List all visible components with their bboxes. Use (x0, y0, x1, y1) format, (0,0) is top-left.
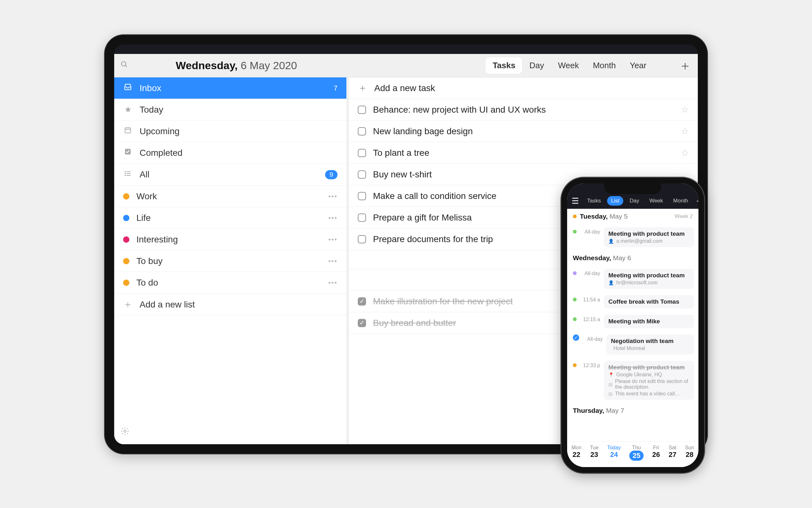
phone-day-header: Tuesday, May 5Week 2 (567, 209, 698, 224)
star-icon[interactable]: ☆ (681, 147, 689, 158)
weekday-label: Sat (669, 445, 676, 451)
weekday-label: Sun (685, 445, 694, 451)
more-icon[interactable]: ••• (328, 279, 337, 287)
iphone-device: ☰ Tasks List Day Week Month ＋ Tuesday, M… (561, 178, 704, 473)
event-time: All-day (580, 269, 600, 277)
weekday-label: Mon (572, 445, 581, 451)
star-icon[interactable]: ☆ (681, 104, 689, 115)
svg-point-12 (125, 175, 126, 176)
task-row[interactable]: To plant a tree☆ (349, 142, 698, 164)
search-icon[interactable] (121, 60, 128, 71)
checkbox[interactable] (358, 127, 366, 135)
sidebar-item-list[interactable]: Work••• (114, 185, 346, 207)
sidebar-item-list[interactable]: To do••• (114, 272, 346, 294)
task-row[interactable]: New landing bage design☆ (349, 121, 698, 142)
sidebar-item-today[interactable]: ★ Today (114, 99, 346, 121)
sidebar-item-label: Upcoming (140, 126, 337, 136)
event-subtitle: Hotel Monreal (611, 345, 689, 351)
sidebar-item-upcoming[interactable]: Upcoming (114, 121, 346, 142)
star-icon[interactable]: ☆ (681, 126, 689, 136)
add-task-row[interactable]: ＋ Add a new task (349, 77, 698, 99)
phone-event-list[interactable]: Tuesday, May 5Week 2All-dayMeeting with … (567, 209, 698, 441)
phone-event[interactable]: 11:54 aCoffee break with Tomas (567, 292, 698, 311)
weekbar-day[interactable]: Sat27 (669, 445, 676, 461)
svg-rect-2 (125, 128, 131, 133)
phone-event[interactable]: All-dayMeeting with product team👤hr@micr… (567, 265, 698, 292)
tab-year[interactable]: Year (623, 57, 653, 74)
sidebar-item-list[interactable]: Life••• (114, 207, 346, 229)
tab-week[interactable]: Week (551, 57, 586, 74)
settings-button[interactable] (114, 420, 346, 444)
event-badge-icon: ✓ (573, 334, 579, 341)
phone-tab-list[interactable]: List (607, 196, 623, 206)
person-icon: 👤 (608, 280, 614, 285)
svg-point-10 (125, 171, 126, 172)
event-subtitle: 👤a.merlin@gmail.com (608, 238, 689, 244)
more-icon[interactable]: ••• (328, 257, 337, 265)
tab-month[interactable]: Month (586, 57, 623, 74)
phone-tab-tasks[interactable]: Tasks (583, 196, 604, 206)
phone-event[interactable]: 12:15 aMeeting with Mike (567, 311, 698, 331)
weekbar-day[interactable]: Sun28 (685, 445, 694, 461)
more-icon[interactable]: ••• (328, 236, 337, 244)
more-icon[interactable]: ••• (328, 192, 337, 201)
tab-tasks[interactable]: Tasks (486, 57, 523, 74)
event-card: Meeting with product team👤hr@microsoft.c… (604, 269, 694, 289)
list-color-dot (123, 215, 129, 221)
checkbox[interactable] (358, 105, 366, 114)
sidebar-item-inbox[interactable]: Inbox 7 (114, 77, 346, 99)
list-color-dot (123, 280, 129, 286)
event-dot (573, 271, 577, 275)
iphone-screen: ☰ Tasks List Day Week Month ＋ Tuesday, M… (567, 183, 698, 467)
event-card: Meeting with product team📍Google Ukraine… (604, 361, 694, 400)
sidebar-item-list[interactable]: To buy••• (114, 250, 346, 272)
phone-add-button[interactable]: ＋ (695, 195, 698, 207)
sidebar-item-label: Today (140, 105, 337, 115)
weekbar-day[interactable]: Tue23 (590, 445, 598, 461)
sidebar-add-list[interactable]: ＋ Add a new list (114, 294, 346, 315)
sidebar-item-list[interactable]: Interesting••• (114, 229, 346, 250)
person-icon: 👤 (608, 239, 614, 244)
checkbox[interactable] (358, 149, 366, 157)
weekbar-day[interactable]: Mon22 (572, 445, 581, 461)
phone-event[interactable]: 12:33 pMeeting with product team📍Google … (567, 357, 698, 403)
task-title: New landing bage design (373, 126, 674, 136)
phone-day-header: Thursday, May 7 (567, 403, 698, 418)
weekbar-day[interactable]: Fri26 (652, 445, 660, 461)
app-toolbar: Wednesday, 6 May 2020 Tasks Day Week Mon… (114, 54, 698, 77)
task-title: Behance: new project with UI and UX work… (373, 105, 674, 115)
phone-event[interactable]: All-dayMeeting with product team👤a.merli… (567, 224, 698, 250)
tab-day[interactable]: Day (523, 57, 551, 74)
weekbar-day[interactable]: Thu25 (629, 445, 643, 461)
checkbox[interactable] (358, 235, 366, 243)
event-note: ▤This event has a video call… (608, 391, 689, 397)
weekday-label: Fri (652, 445, 660, 451)
sidebar-item-all[interactable]: All 9 (114, 164, 346, 185)
phone-tab-day[interactable]: Day (626, 196, 643, 206)
checkbox[interactable] (358, 192, 366, 200)
event-title: Meeting with Mike (608, 318, 689, 325)
sidebar-item-completed[interactable]: Completed (114, 142, 346, 164)
sidebar-item-label: All (140, 169, 318, 180)
menu-icon[interactable]: ☰ (572, 196, 579, 206)
list-color-dot (123, 193, 129, 200)
event-dot (573, 317, 577, 321)
event-title: Meeting with product team (608, 230, 689, 237)
event-card: Meeting with product team👤a.merlin@gmail… (604, 227, 694, 247)
add-button[interactable]: ＋ (679, 57, 691, 74)
phone-event[interactable]: ✓All-dayNegotiation with teamHotel Monre… (567, 331, 698, 357)
more-icon[interactable]: ••• (328, 214, 337, 222)
weekbar-day[interactable]: Today24 (607, 445, 621, 461)
ipad-statusbar (114, 44, 698, 54)
checkbox-checked[interactable] (358, 297, 366, 305)
task-row[interactable]: Behance: new project with UI and UX work… (349, 99, 698, 121)
phone-tab-week[interactable]: Week (645, 196, 667, 206)
checkbox-checked[interactable] (358, 319, 366, 327)
pin-icon: 📍 (608, 372, 614, 377)
checkbox[interactable] (358, 170, 366, 179)
phone-tab-month[interactable]: Month (669, 196, 692, 206)
event-title: Meeting with product team (608, 364, 689, 371)
list-color-dot (123, 237, 129, 243)
sidebar-item-label: To do (136, 278, 321, 288)
checkbox[interactable] (358, 214, 366, 222)
